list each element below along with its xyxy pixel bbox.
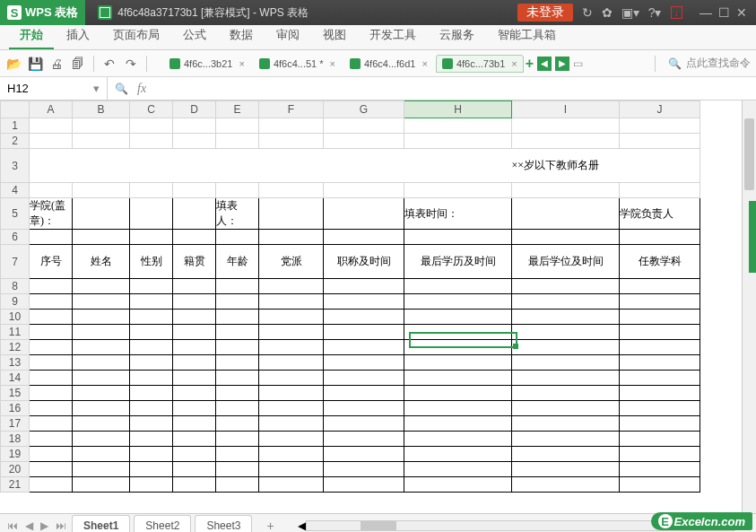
cell[interactable] [73, 371, 130, 386]
cell[interactable] [324, 118, 404, 134]
cell[interactable] [404, 386, 512, 401]
skin-icon[interactable]: ▣▾ [621, 5, 639, 20]
document-tab[interactable]: 4f6c...3b21× [163, 55, 251, 73]
cell[interactable] [73, 118, 130, 134]
cell[interactable]: 职称及时间 [324, 245, 404, 279]
cell[interactable] [404, 340, 512, 355]
cell[interactable] [324, 340, 404, 355]
cell[interactable] [620, 462, 700, 477]
cell[interactable] [620, 310, 700, 325]
cell[interactable] [324, 325, 404, 340]
cell[interactable] [216, 447, 259, 462]
cell[interactable] [130, 386, 173, 401]
cell[interactable] [30, 477, 73, 493]
print-icon[interactable]: 🖨 [48, 56, 65, 72]
sheet-tab[interactable]: Sheet1 [72, 515, 130, 533]
ribbon-tab-data[interactable]: 数据 [219, 22, 264, 49]
cell[interactable] [620, 432, 700, 447]
title-cell[interactable]: ××岁以下教师名册 [30, 149, 700, 183]
close-tab-icon[interactable]: × [511, 58, 517, 69]
document-tab[interactable]: 4f6c4...51 *× [253, 55, 342, 73]
cell[interactable] [130, 230, 173, 245]
settings-icon[interactable]: ✿ [602, 5, 613, 20]
cell[interactable]: 最后学位及时间 [512, 245, 620, 279]
cell[interactable] [173, 183, 216, 198]
cell[interactable] [130, 294, 173, 310]
add-sheet-button[interactable]: + [256, 515, 284, 533]
cell[interactable] [620, 371, 700, 386]
redo-icon[interactable]: ↷ [123, 56, 139, 72]
cell[interactable] [73, 355, 130, 371]
cell[interactable] [512, 183, 620, 198]
cell[interactable] [216, 230, 259, 245]
row-header[interactable]: 17 [1, 416, 30, 432]
cell[interactable] [512, 462, 620, 477]
cell[interactable] [30, 134, 73, 149]
cell[interactable] [173, 416, 216, 432]
cell[interactable] [324, 355, 404, 371]
cell[interactable] [30, 340, 73, 355]
cell[interactable] [73, 279, 130, 294]
cell[interactable] [173, 230, 216, 245]
close-tab-icon[interactable]: × [330, 58, 335, 69]
cell[interactable] [30, 355, 73, 371]
update-icon[interactable]: ↓ [671, 6, 683, 19]
cell[interactable] [404, 462, 512, 477]
cell[interactable] [216, 371, 259, 386]
cell[interactable] [173, 386, 216, 401]
cell[interactable]: 填表人： [216, 198, 259, 230]
help-icon[interactable]: ?▾ [648, 5, 662, 20]
sheet-last-icon[interactable]: ⏭ [54, 519, 68, 532]
cell[interactable] [620, 325, 700, 340]
row-header[interactable]: 6 [1, 230, 30, 245]
cell[interactable] [404, 279, 512, 294]
column-header[interactable]: E [216, 101, 259, 118]
cell[interactable] [404, 477, 512, 493]
ribbon-tab-smarttools[interactable]: 智能工具箱 [487, 22, 567, 49]
cell[interactable] [73, 230, 130, 245]
cell[interactable] [620, 477, 700, 493]
cell[interactable]: 党派 [259, 245, 324, 279]
cell[interactable] [73, 198, 130, 230]
cell[interactable] [259, 279, 324, 294]
document-tab[interactable]: 4f6c4...f6d1× [343, 55, 434, 73]
close-tab-icon[interactable]: × [239, 58, 244, 69]
search-function-icon[interactable]: 🔍 [115, 83, 128, 95]
cell[interactable] [512, 371, 620, 386]
cell[interactable] [512, 432, 620, 447]
cell[interactable] [130, 340, 173, 355]
row-header[interactable]: 21 [1, 477, 30, 493]
cell[interactable] [512, 386, 620, 401]
cell[interactable] [404, 401, 512, 416]
cell[interactable] [512, 279, 620, 294]
sheet-tab[interactable]: Sheet3 [195, 515, 252, 532]
cell[interactable] [216, 134, 259, 149]
cell[interactable] [512, 118, 620, 134]
name-box[interactable]: H12 ▾ [0, 77, 108, 100]
cell[interactable] [30, 310, 73, 325]
row-header[interactable]: 13 [1, 355, 30, 371]
cell[interactable] [173, 432, 216, 447]
row-header[interactable]: 19 [1, 447, 30, 462]
command-search[interactable]: 🔍 点此查找命令 [668, 56, 751, 71]
cell[interactable] [216, 416, 259, 432]
cell[interactable] [259, 183, 324, 198]
cell[interactable] [620, 134, 700, 149]
cell[interactable] [620, 118, 700, 134]
ribbon-tab-insert[interactable]: 插入 [56, 22, 100, 49]
column-header[interactable]: D [173, 101, 216, 118]
tab-prev-button[interactable]: ◀ [537, 57, 552, 71]
cell[interactable] [324, 432, 404, 447]
scroll-left-icon[interactable]: ◀ [298, 519, 306, 532]
cell[interactable] [30, 462, 73, 477]
cell[interactable] [173, 447, 216, 462]
document-tab-active[interactable]: 4f6c...73b1× [436, 55, 524, 73]
new-tab-button[interactable]: + [526, 56, 534, 72]
column-header[interactable]: I [512, 101, 620, 118]
cell[interactable]: 性别 [130, 245, 173, 279]
cell[interactable] [130, 447, 173, 462]
cell[interactable] [216, 401, 259, 416]
cell[interactable] [73, 401, 130, 416]
cell[interactable] [324, 401, 404, 416]
cell[interactable] [173, 118, 216, 134]
